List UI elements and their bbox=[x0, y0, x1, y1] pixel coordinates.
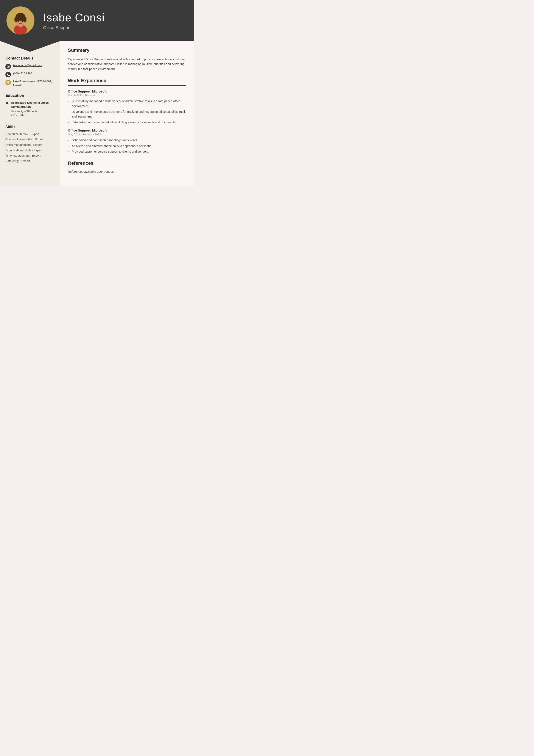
email-icon bbox=[5, 64, 11, 69]
work-experience-title: Work Experience bbox=[68, 78, 186, 86]
svg-point-9 bbox=[19, 23, 22, 24]
sidebar-chevron bbox=[0, 41, 60, 52]
skill-item: Communication skills - Expert bbox=[5, 138, 55, 141]
references-title: References bbox=[68, 160, 186, 168]
job-title-1: Office Support, Microsoft bbox=[68, 128, 186, 132]
avatar-container bbox=[7, 7, 35, 35]
job-bullet: Successfully managed a wide variety of a… bbox=[72, 99, 186, 108]
svg-point-8 bbox=[21, 20, 23, 22]
references-text: References available upon request bbox=[68, 170, 186, 174]
candidate-title: Office Support bbox=[43, 25, 105, 30]
skill-item: Organizational skills - Expert bbox=[5, 148, 55, 152]
location-icon bbox=[5, 80, 11, 85]
resume-header: Isabe Consi Office Support bbox=[0, 0, 194, 41]
education-section-title: Education bbox=[5, 94, 55, 98]
references-section: References References available upon req… bbox=[68, 160, 186, 174]
svg-point-7 bbox=[18, 20, 19, 22]
job-date-0: March 2023 - Present bbox=[68, 94, 186, 97]
education-section: Education Associate's Degree in Office A… bbox=[5, 94, 55, 119]
skills-section-title: Skills bbox=[5, 125, 55, 129]
sidebar-content: Contact Details isabeconsi@gmail.com (06… bbox=[0, 52, 60, 175]
summary-section: Summary Experienced Office Support profe… bbox=[68, 47, 186, 71]
education-item: Associate's Degree in Office Administrat… bbox=[5, 101, 55, 119]
job-bullet: Provided customer service support to cli… bbox=[72, 149, 186, 154]
svg-point-5 bbox=[14, 16, 18, 22]
email-link[interactable]: isabeconsi@gmail.com bbox=[13, 64, 42, 67]
job-bullet: Established and maintained efficient fil… bbox=[72, 120, 186, 125]
job-bullets-1: Scheduled and coordinated meetings and e… bbox=[68, 138, 186, 154]
phone-contact: (069) 526 8495 bbox=[5, 71, 55, 77]
email-contact: isabeconsi@gmail.com bbox=[5, 64, 55, 69]
job-bullet: Answered and directed phone calls to app… bbox=[72, 144, 186, 148]
address-text: New Tomasaview, 28724-6093, Hawaii bbox=[13, 80, 52, 87]
avatar bbox=[7, 7, 35, 35]
phone-icon bbox=[5, 72, 11, 77]
edu-years: 2017 - 2021 bbox=[11, 113, 55, 117]
svg-point-6 bbox=[23, 16, 27, 22]
summary-title: Summary bbox=[68, 47, 186, 55]
right-content: Summary Experienced Office Support profe… bbox=[60, 41, 194, 186]
edu-dot bbox=[6, 102, 8, 104]
edu-bullet bbox=[5, 101, 9, 119]
job-bullet: Developed and implemented systems for tr… bbox=[72, 109, 186, 119]
skills-section: Skills Computer literacy - ExpertCommuni… bbox=[5, 125, 55, 163]
job-bullets-0: Successfully managed a wide variety of a… bbox=[68, 99, 186, 125]
edu-school: University of Phoenix bbox=[11, 110, 55, 113]
main-content: Contact Details isabeconsi@gmail.com (06… bbox=[0, 41, 194, 186]
candidate-name: Isabe Consi bbox=[43, 11, 105, 24]
work-experience-section: Work Experience Office Support, Microsof… bbox=[68, 78, 186, 154]
phone-text: (069) 526 8495 bbox=[13, 71, 32, 75]
jobs-list: Office Support, MicrosoftMarch 2023 - Pr… bbox=[68, 90, 186, 154]
edu-degree: Associate's Degree in Office Administrat… bbox=[11, 101, 55, 109]
edu-content: Associate's Degree in Office Administrat… bbox=[11, 101, 55, 119]
job-bullet: Scheduled and coordinated meetings and e… bbox=[72, 138, 186, 143]
sidebar: Contact Details isabeconsi@gmail.com (06… bbox=[0, 41, 60, 186]
contact-section: Contact Details isabeconsi@gmail.com (06… bbox=[5, 56, 55, 87]
skill-item: Office management - Expert bbox=[5, 143, 55, 147]
header-text: Isabe Consi Office Support bbox=[43, 11, 105, 30]
edu-line bbox=[7, 104, 7, 119]
skill-item: Data entry - Expert bbox=[5, 159, 55, 163]
summary-text: Experienced Office Support professional … bbox=[68, 57, 186, 71]
skills-list: Computer literacy - ExpertCommunication … bbox=[5, 132, 55, 163]
skill-item: Computer literacy - Expert bbox=[5, 132, 55, 136]
job-date-1: May 2021 - February 2023 bbox=[68, 133, 186, 136]
job-title-0: Office Support, Microsoft bbox=[68, 90, 186, 93]
contact-section-title: Contact Details bbox=[5, 56, 55, 61]
skill-item: Time management - Expert bbox=[5, 154, 55, 157]
address-contact: New Tomasaview, 28724-6093, Hawaii bbox=[5, 80, 55, 87]
